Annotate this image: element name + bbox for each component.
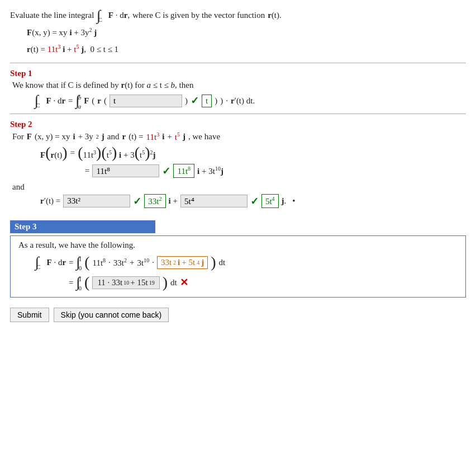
problem-C-subscript: C bbox=[98, 15, 102, 26]
step2-intro: For F(x, y) = xy i + 3y2 j and r(t) = 11… bbox=[12, 131, 466, 142]
step2-and-label: and bbox=[12, 182, 466, 192]
step3-text: As a result, we have the following. bbox=[18, 240, 458, 250]
step1-answer: t bbox=[202, 95, 212, 107]
step2-input-5t4[interactable] bbox=[180, 195, 247, 207]
step2-answer-33t2: 33t2 bbox=[144, 194, 165, 208]
step1-text: We know that if C is defined by r(t) for… bbox=[12, 81, 466, 90]
button-row: Submit Skip (you cannot come back) bbox=[10, 308, 466, 322]
step3-xmark: ✕ bbox=[180, 276, 188, 289]
problem-statement: Evaluate the line integral ∫ C F · dr, w… bbox=[10, 8, 466, 57]
problem-integral: ∫ C bbox=[97, 8, 105, 23]
divider-2 bbox=[10, 114, 466, 114]
problem-intro-text: Evaluate the line integral bbox=[10, 8, 94, 23]
r-definition: r(t) = 11t3 i + t5 j, 0 ≤ t ≤ 1 bbox=[27, 42, 466, 57]
step2-input-33t2[interactable] bbox=[63, 195, 130, 207]
divider-1 bbox=[10, 63, 466, 63]
step1-input[interactable] bbox=[110, 95, 182, 107]
step2-answer-11t8: 11t8 bbox=[173, 164, 194, 178]
step2-rprime-line: r′(t) = ✓ 33t2 i + ✓ 5t4 j. • bbox=[40, 194, 466, 208]
step3-line2: = ∫ 1 0 ( 11 · 33t10 + 15t19 ) dt ✕ bbox=[69, 275, 458, 290]
step3-header: Step 3 bbox=[10, 220, 155, 233]
step2-section: Step 2 For F(x, y) = xy i + 3y2 j and r(… bbox=[10, 120, 466, 208]
step3-line1: ∫ C F · dr = ∫ 1 0 ( 11t8 · 33t2 + 3t10 … bbox=[35, 254, 458, 270]
step2-F-r-t-line1: F(r(t)) = (11t3)(t5) i + 3(t5)2j bbox=[40, 145, 466, 161]
step2-checkmark3: ✓ bbox=[250, 195, 259, 207]
step1-right-integral: ∫ b a bbox=[76, 93, 82, 108]
problem-rt-label: r(t). bbox=[268, 8, 282, 23]
step1-left-integral: ∫ C bbox=[35, 93, 43, 108]
step2-input-11t8[interactable] bbox=[92, 164, 159, 177]
step3-box: As a result, we have the following. ∫ C … bbox=[10, 235, 466, 298]
skip-button[interactable]: Skip (you cannot come back) bbox=[54, 308, 169, 322]
step1-header: Step 1 bbox=[10, 69, 466, 78]
submit-button[interactable]: Submit bbox=[10, 308, 49, 322]
problem-where-text: where C is given by the vector function bbox=[132, 8, 265, 23]
and-text: and bbox=[12, 182, 25, 192]
step2-header: Step 2 bbox=[10, 120, 466, 129]
step3-section: Step 3 As a result, we have the followin… bbox=[10, 216, 466, 298]
step1-formula: ∫ C F · dr = ∫ b a F ( r ( ) ✓ t ) bbox=[35, 93, 466, 108]
period-dot: • bbox=[292, 196, 295, 206]
problem-F-dr: F · dr, bbox=[108, 8, 130, 23]
step2-checkmark2: ✓ bbox=[133, 195, 141, 207]
F-definition: F(x, y) = xy i + 3y2 j bbox=[27, 25, 466, 40]
step2-F-r-t-line2: = ✓ 11t8 i + 3t10j bbox=[85, 164, 466, 178]
step2-checkmark1: ✓ bbox=[162, 165, 170, 177]
step1-section: Step 1 We know that if C is defined by r… bbox=[10, 69, 466, 108]
step2-answer-5t4: 5t4 bbox=[261, 194, 279, 208]
step1-checkmark: ✓ bbox=[191, 95, 199, 107]
step3-inner-answer-box: 33t2i + 5t4j bbox=[157, 256, 208, 269]
step3-input-box: 11 · 33t10 + 15t19 bbox=[92, 276, 159, 289]
